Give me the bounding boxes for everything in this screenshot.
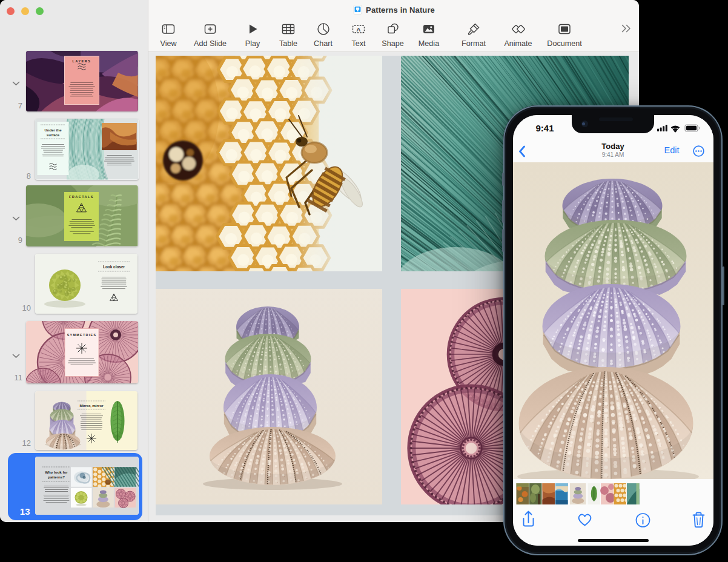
svg-text:SYMMETRIES: SYMMETRIES <box>67 333 97 337</box>
svg-text:LAYERS: LAYERS <box>73 59 91 63</box>
svg-text:Under the: Under the <box>44 128 62 132</box>
svg-text:surface: surface <box>47 133 60 137</box>
svg-text:A: A <box>357 26 361 33</box>
svg-text:patterns?: patterns? <box>48 475 65 479</box>
svg-text:FRACTALS: FRACTALS <box>69 195 94 199</box>
svg-text:Mirror, mirror: Mirror, mirror <box>79 403 104 408</box>
svg-text:Look closer: Look closer <box>103 265 125 269</box>
svg-text:Why look for: Why look for <box>45 470 68 474</box>
